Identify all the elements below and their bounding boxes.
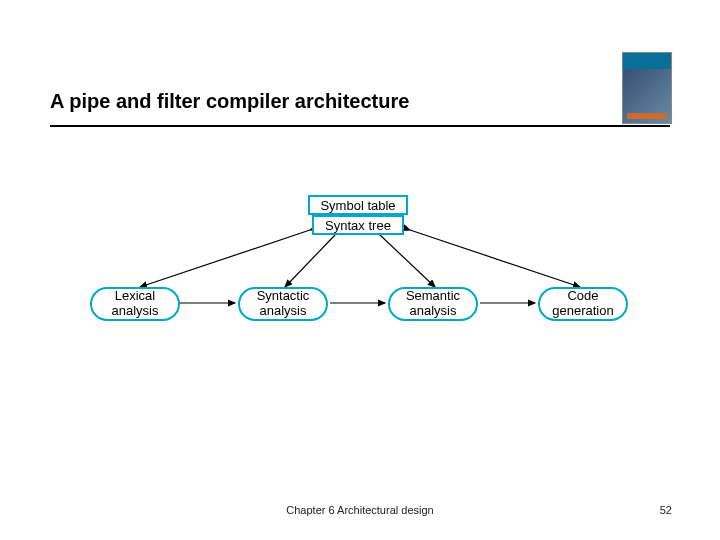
svg-line-5 bbox=[380, 235, 435, 287]
stage-code-generation: Codegeneration bbox=[538, 287, 628, 321]
stage-label: Codegeneration bbox=[552, 289, 613, 319]
stage-syntactic-analysis: Syntacticanalysis bbox=[238, 287, 328, 321]
slide: A pipe and filter compiler architecture … bbox=[0, 0, 720, 540]
svg-line-4 bbox=[285, 235, 335, 287]
top-box-label: Symbol table bbox=[320, 198, 395, 213]
top-box-symbol-table: Symbol table bbox=[308, 195, 408, 215]
footer-chapter: Chapter 6 Architectural design bbox=[0, 504, 720, 516]
slide-title: A pipe and filter compiler architecture bbox=[50, 90, 409, 113]
stage-label: Semanticanalysis bbox=[406, 289, 460, 319]
compiler-diagram: Symbol table Syntax tree Lexicalanalysis… bbox=[80, 195, 640, 335]
stage-semantic-analysis: Semanticanalysis bbox=[388, 287, 478, 321]
svg-line-6 bbox=[410, 230, 580, 287]
stage-label: Syntacticanalysis bbox=[257, 289, 310, 319]
stage-label: Lexicalanalysis bbox=[112, 289, 159, 319]
footer-page-number: 52 bbox=[660, 504, 672, 516]
book-cover-thumbnail bbox=[622, 52, 672, 124]
top-box-label: Syntax tree bbox=[325, 218, 391, 233]
stage-lexical-analysis: Lexicalanalysis bbox=[90, 287, 180, 321]
svg-line-3 bbox=[140, 230, 310, 287]
top-box-syntax-tree: Syntax tree bbox=[312, 215, 404, 235]
title-divider bbox=[50, 125, 670, 127]
